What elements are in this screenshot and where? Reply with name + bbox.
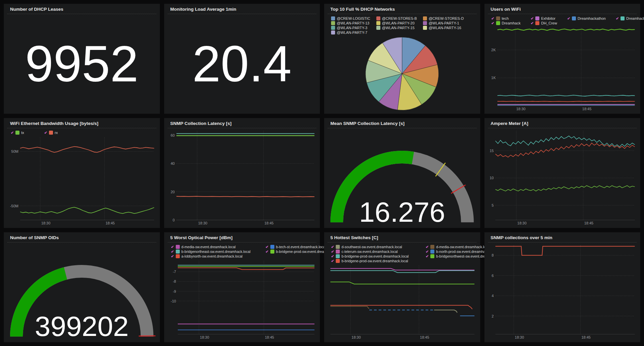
- check-icon: ✔: [331, 255, 334, 258]
- legend-item[interactable]: @WLAN-PARTY-3: [331, 26, 370, 30]
- legend-label: b-bridgenortheast-sw.event.dreamhack.loc…: [181, 250, 251, 254]
- legend-item[interactable]: ✔DH_Crew: [531, 21, 557, 25]
- panel-title-snmp-latency[interactable]: SNMP Collection Latency [s]: [168, 118, 317, 128]
- worst-optical-power-chart[interactable]: -7-8-9-1018:3018:45: [168, 260, 317, 340]
- panel-title-text: Ampere Meter [A]: [491, 121, 529, 126]
- legend-label: @WLAN-PARTY-7: [337, 30, 367, 34]
- series-color-swatch: [331, 30, 335, 34]
- legend-item[interactable]: ✔b-bridgenortheast-sw.event.dreamhack.lo…: [171, 250, 264, 254]
- legend-item[interactable]: ✔b-bridgene-prod-sw.event.dreamhack.loca…: [331, 259, 424, 263]
- legend-label: @WLAN-PARTY-1: [429, 21, 459, 25]
- legend-item[interactable]: ✔Exhibitor: [531, 16, 557, 20]
- panel-title-snmp-oids[interactable]: Number of SNMP OIDs: [7, 232, 156, 243]
- legend-item[interactable]: @WLAN-PARTY-13: [331, 21, 370, 25]
- wifi-bandwidth-chart[interactable]: 50M-50M18:3018:45: [7, 136, 156, 226]
- check-icon: ✔: [11, 131, 14, 135]
- panel-hottest-switches: 5 Hottest Switches [C] ✔d-southwest-sw.e…: [324, 232, 480, 342]
- series-color-swatch: [336, 250, 340, 254]
- panel-load-average: Monitoring Load Average 1min 20.4: [164, 4, 320, 114]
- panel-title-mean-snmp-latency[interactable]: Mean SNMP Collection Latency [s]: [328, 118, 477, 128]
- legend-label: tx: [21, 131, 24, 135]
- legend-item[interactable]: ✔c-telerum-sw.event.dreamhack.local: [331, 250, 424, 254]
- panel-title-dhcp-networks[interactable]: Top 10 Full % DHCP Networks: [328, 4, 477, 14]
- check-icon: ✔: [426, 245, 429, 249]
- legend-item[interactable]: ✔a-lobbynorth-sw.event.dreamhack.local: [171, 254, 264, 258]
- legend-label: d-media-sw.event.dreamhack.local: [181, 245, 236, 249]
- svg-text:18:30: 18:30: [198, 221, 207, 225]
- svg-text:5: 5: [491, 203, 493, 207]
- panel-title-worst-optical-power[interactable]: 5 Worst Optical Power [dBm]: [168, 232, 317, 243]
- legend-item[interactable]: @WLAN-PARTY-20: [376, 21, 417, 25]
- legend-item[interactable]: @WLAN-PARTY-15: [376, 26, 417, 30]
- svg-text:50M: 50M: [11, 149, 18, 153]
- check-icon: ✔: [331, 250, 334, 254]
- legend-item[interactable]: ✔Dreamhack_2.4: [616, 16, 644, 20]
- panel-title-dhcp-leases[interactable]: Number of DHCP Leases: [7, 4, 156, 14]
- legend-label: tech: [502, 16, 509, 20]
- legend-item[interactable]: ✔d-media-sw.event.dreamhack.local: [171, 245, 264, 249]
- series-color-swatch: [270, 250, 274, 254]
- legend-item[interactable]: ✔tx: [11, 131, 24, 135]
- mean-snmp-latency-gauge: 16.276: [328, 130, 477, 226]
- snmp-collections-5min-chart[interactable]: 864218:3018:45: [488, 244, 637, 340]
- dhcp-networks-pie-chart[interactable]: [328, 36, 477, 112]
- svg-text:4: 4: [491, 294, 493, 298]
- panel-title-text: WiFi Ethernet Bandwidth Usage [bytes/s]: [10, 121, 98, 126]
- ampere-meter-chart[interactable]: 1510518:3018:45: [488, 130, 637, 226]
- legend-item[interactable]: @CREW-LOGISTIC: [331, 16, 370, 20]
- svg-text:2K: 2K: [491, 48, 496, 52]
- panel-mean-snmp-latency: Mean SNMP Collection Latency [s] 16.276: [324, 118, 480, 228]
- users-on-wifi-legend: ✔tech✔Exhibitor✔Dreamhackathon✔Dreamhack…: [488, 15, 637, 26]
- legend-label: d-southwest-sw.event.dreamhack.local: [341, 245, 402, 249]
- legend-item[interactable]: ✔d-southwest-sw.event.dreamhack.local: [331, 245, 424, 249]
- svg-text:18:45: 18:45: [420, 335, 429, 339]
- panel-snmp-oids: Number of SNMP OIDs 399202: [4, 232, 160, 342]
- users-on-wifi-chart[interactable]: 2K1K18:3018:45: [488, 26, 637, 112]
- panel-title-hottest-switches[interactable]: 5 Hottest Switches [C]: [328, 232, 477, 243]
- panel-title-users-on-wifi[interactable]: Users on WiFi: [488, 4, 637, 14]
- legend-item[interactable]: ✔b-bridgenw-prod-sw.event.dreamhack.loca…: [331, 254, 424, 258]
- legend-item[interactable]: ✔tech: [491, 16, 521, 20]
- panel-title-snmp-collections-5min[interactable]: SNMP collections over 5 min: [488, 232, 637, 243]
- svg-text:-9: -9: [173, 289, 176, 293]
- check-icon: ✔: [491, 21, 494, 25]
- legend-item[interactable]: @WLAN-PARTY-16: [423, 26, 464, 30]
- legend-item[interactable]: @WLAN-PARTY-1: [423, 21, 464, 25]
- legend-item[interactable]: ✔Dreamhackathon: [567, 16, 606, 20]
- legend-label: @WLAN-PARTY-16: [429, 26, 461, 30]
- legend-label: b-tech-st.event.dreamhack.local: [276, 245, 326, 249]
- series-color-swatch: [49, 131, 53, 135]
- legend-item[interactable]: @CREW-STORES-B: [376, 16, 417, 20]
- svg-text:18:45: 18:45: [581, 335, 590, 339]
- panel-title-wifi-bandwidth[interactable]: WiFi Ethernet Bandwidth Usage [bytes/s]: [7, 118, 156, 128]
- svg-text:2: 2: [491, 314, 493, 318]
- svg-text:18:45: 18:45: [265, 335, 274, 339]
- check-icon: ✔: [531, 21, 534, 25]
- series-color-swatch: [336, 259, 340, 263]
- panel-title-text: SNMP Collection Latency [s]: [170, 121, 232, 126]
- svg-text:0: 0: [172, 218, 174, 222]
- series-color-swatch: [430, 245, 434, 249]
- legend-label: Dreamhack: [502, 21, 521, 25]
- series-color-swatch: [376, 26, 380, 30]
- legend-item[interactable]: @CREW-STORES-D: [423, 16, 464, 20]
- series-color-swatch: [430, 250, 434, 254]
- series-color-swatch: [176, 250, 180, 254]
- series-color-swatch: [376, 21, 380, 25]
- check-icon: ✔: [531, 17, 534, 20]
- check-icon: ✔: [171, 250, 174, 254]
- panel-title-load-average[interactable]: Monitoring Load Average 1min: [168, 4, 317, 14]
- panel-title-ampere-meter[interactable]: Ampere Meter [A]: [488, 118, 637, 128]
- legend-item[interactable]: @WLAN-PARTY-7: [331, 30, 370, 34]
- series-color-swatch: [176, 254, 180, 258]
- legend-label: b-bridgene-prod-sw.event.dreamhack.local: [341, 259, 408, 263]
- legend-item[interactable]: ✔Dreamhack: [491, 21, 521, 25]
- panel-worst-optical-power: 5 Worst Optical Power [dBm] ✔d-media-sw.…: [164, 232, 320, 342]
- hottest-switches-chart[interactable]: 18:3018:45: [328, 264, 477, 340]
- svg-text:-50M: -50M: [10, 204, 18, 208]
- panel-number-of-dhcp-leases: Number of DHCP Leases 9952: [4, 4, 160, 114]
- snmp-latency-chart[interactable]: 604020018:3018:45: [168, 130, 317, 226]
- legend-label: @WLAN-PARTY-20: [382, 21, 415, 25]
- legend-item[interactable]: ✔rx: [44, 131, 58, 135]
- check-icon: ✔: [44, 131, 47, 135]
